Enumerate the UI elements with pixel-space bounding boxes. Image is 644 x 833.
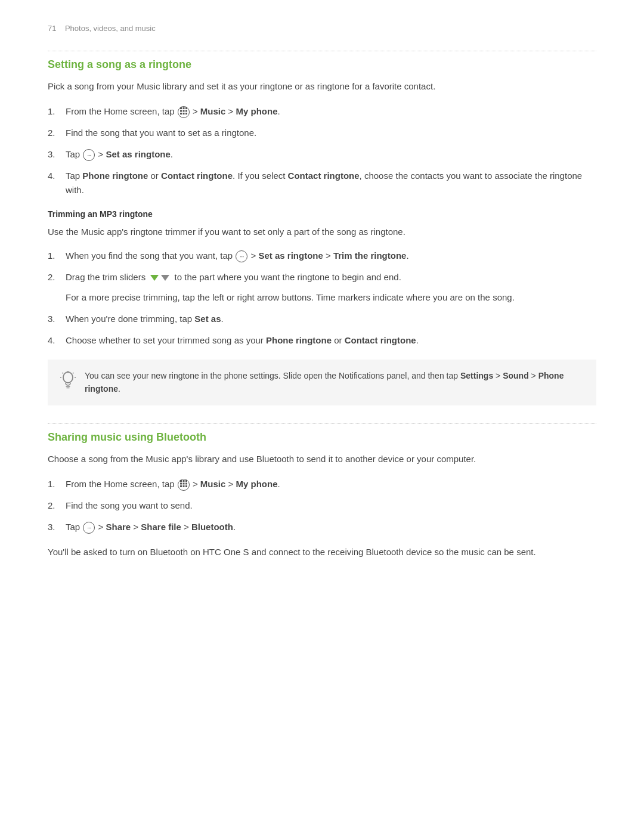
svg-rect-24 — [182, 485, 184, 487]
svg-rect-25 — [185, 485, 187, 487]
svg-rect-4 — [182, 110, 184, 112]
section2-steps: 1. From the Home screen, tap — [48, 477, 596, 534]
sub-step-2: 2. Drag the trim sliders to the part whe… — [48, 270, 596, 305]
step-num: 1. — [48, 104, 63, 119]
tip-lightbulb-icon — [60, 370, 76, 393]
more-options-icon: ··· — [83, 149, 95, 161]
sub-step-1: 1. When you find the song that you want,… — [48, 249, 596, 263]
svg-rect-22 — [185, 482, 187, 484]
step-1-3: 3. Tap ··· > Set as ringtone. — [48, 147, 596, 162]
svg-line-14 — [73, 373, 74, 374]
step-num: 2. — [48, 498, 63, 513]
step-1-1: 1. From the Home screen, tap — [48, 104, 596, 119]
svg-rect-23 — [180, 485, 182, 487]
tip-text: You can see your new ringtone in the pho… — [85, 369, 584, 396]
section-name: Photos, videos, and music — [65, 24, 156, 33]
svg-rect-6 — [180, 113, 182, 114]
step-content: Find the song that you want to set as a … — [66, 126, 596, 140]
svg-rect-3 — [180, 110, 182, 112]
step-content: When you find the song that you want, ta… — [66, 249, 596, 263]
step-1-2: 2. Find the song that you want to set as… — [48, 126, 596, 140]
step-2-3: 3. Tap ··· > Share > Share file > Blueto… — [48, 520, 596, 534]
section2-intro: Choose a song from the Music app's libra… — [48, 452, 596, 466]
svg-rect-0 — [180, 107, 182, 109]
section2-top-divider — [48, 423, 596, 424]
section1-steps: 1. From the Home screen, tap — [48, 104, 596, 197]
subsection-intro: Use the Music app's ringtone trimmer if … — [48, 225, 596, 239]
svg-rect-1 — [182, 107, 184, 109]
more-options-icon: ··· — [236, 250, 247, 262]
step-num: 3. — [48, 147, 63, 162]
step-2-2: 2. Find the song you want to send. — [48, 498, 596, 513]
section1-title: Setting a song as a ringtone — [48, 52, 596, 71]
trim-sliders-icon — [150, 275, 169, 281]
step-content: From the Home screen, tap > Music > — [66, 104, 596, 119]
svg-rect-18 — [182, 480, 184, 482]
svg-line-13 — [63, 373, 64, 374]
step-num: 3. — [48, 520, 63, 534]
step-num: 2. — [48, 126, 63, 140]
step-num: 4. — [48, 169, 63, 183]
svg-rect-21 — [182, 482, 184, 484]
step-extra: For a more precise trimming, tap the lef… — [66, 290, 515, 305]
step-num: 1. — [48, 477, 63, 491]
sub-step-4: 4. Choose whether to set your trimmed so… — [48, 333, 596, 348]
svg-rect-8 — [185, 113, 187, 114]
step-num: 3. — [48, 312, 63, 326]
page-number: 71 — [48, 24, 56, 33]
svg-rect-17 — [180, 480, 182, 482]
section1-intro: Pick a song from your Music library and … — [48, 79, 596, 94]
svg-rect-7 — [182, 113, 184, 114]
svg-point-9 — [63, 372, 73, 383]
step-2-1: 1. From the Home screen, tap — [48, 477, 596, 491]
step-content: Tap ··· > Set as ringtone. — [66, 147, 596, 162]
grid-icon — [178, 479, 190, 491]
step-num: 2. — [48, 270, 63, 284]
page-header: 71 Photos, videos, and music — [48, 24, 596, 33]
step-content: From the Home screen, tap > Music > — [66, 477, 596, 491]
trim-arrow-left — [150, 275, 159, 281]
subsection-steps: 1. When you find the song that you want,… — [48, 249, 596, 348]
section2-title: Sharing music using Bluetooth — [48, 425, 596, 444]
step-content: Tap Phone ringtone or Contact ringtone. … — [66, 169, 596, 197]
step-content: When you're done trimming, tap Set as. — [66, 312, 596, 326]
step-num: 4. — [48, 333, 63, 348]
step-num: 1. — [48, 249, 63, 263]
sub-step-3: 3. When you're done trimming, tap Set as… — [48, 312, 596, 326]
more-options-icon: ··· — [83, 522, 95, 534]
grid-icon — [178, 106, 190, 118]
trim-arrow-right — [161, 275, 169, 281]
subsection-title: Trimming an MP3 ringtone — [48, 209, 596, 219]
section1-top-divider — [48, 51, 596, 51]
svg-rect-20 — [180, 482, 182, 484]
step-content: Drag the trim sliders to the part where … — [66, 270, 401, 284]
section2: Sharing music using Bluetooth Choose a s… — [48, 425, 596, 559]
step-content: Choose whether to set your trimmed song … — [66, 333, 596, 348]
section1: Setting a song as a ringtone Pick a song… — [48, 52, 596, 405]
svg-rect-2 — [185, 107, 187, 109]
svg-rect-5 — [185, 110, 187, 112]
section2-outro: You'll be asked to turn on Bluetooth on … — [48, 545, 596, 559]
step-content: Tap ··· > Share > Share file > Bluetooth… — [66, 520, 596, 534]
step-1-4: 4. Tap Phone ringtone or Contact rington… — [48, 169, 596, 197]
svg-rect-19 — [185, 480, 187, 482]
tip-box: You can see your new ringtone in the pho… — [48, 360, 596, 405]
step-content: Find the song you want to send. — [66, 498, 596, 513]
